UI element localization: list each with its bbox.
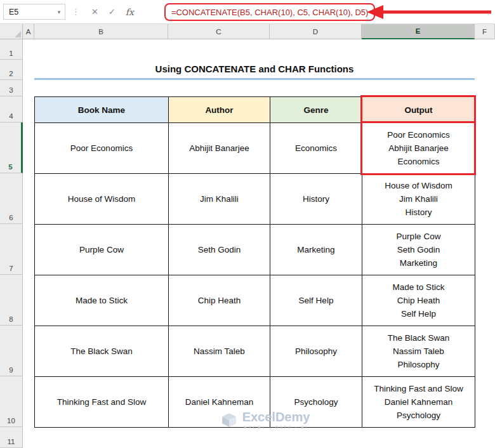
cell-author-row10[interactable]: Daniel Kahneman (169, 377, 270, 428)
output-line: Daniel Kahneman (385, 395, 452, 409)
cell-genre-row6[interactable]: History (270, 174, 362, 225)
cell-output-row7[interactable]: Purple CowSeth GodinMarketing (362, 225, 475, 275)
output-line: Jim Khalili (399, 192, 438, 206)
insert-function-icon[interactable]: fx (121, 7, 139, 17)
column-header-A[interactable]: A (23, 24, 34, 39)
cancel-icon[interactable]: ✕ (86, 7, 103, 16)
cell-book-row6[interactable]: House of Wisdom (35, 174, 169, 225)
row-header-4[interactable]: 4 (0, 96, 23, 122)
annotation-arrow-icon (359, 0, 494, 24)
book-table: Book NameAuthorGenreOutputPoor Economics… (34, 96, 475, 428)
column-header-B[interactable]: B (34, 24, 168, 39)
output-line: Purple Cow (397, 230, 441, 243)
cell-genre-row9[interactable]: Philosophy (270, 326, 362, 377)
cell-genre-row8[interactable]: Self Help (270, 275, 362, 326)
output-line: Nassim Taleb (393, 345, 444, 358)
cell-output-row8[interactable]: Made to StickChip HeathSelf Help (362, 275, 475, 326)
output-line: Thinking Fast and Slow (374, 382, 463, 395)
output-line: Abhijit Banarjee (388, 142, 449, 155)
row-header-7[interactable]: 7 (0, 224, 23, 275)
table-header-author[interactable]: Author (169, 97, 270, 123)
column-headers: ABCDEF (23, 24, 495, 39)
select-all-corner[interactable] (0, 24, 23, 39)
output-line: Chip Heath (397, 294, 440, 307)
sheet-cells: Using CONCATENATE and CHAR Functions Boo… (23, 39, 495, 448)
cell-output-row6[interactable]: House of WisdomJim KhaliliHistory (362, 174, 475, 225)
cell-output-row9[interactable]: The Black SwanNassim TalebPhilosophy (362, 326, 475, 377)
output-line: Made to Stick (393, 280, 445, 294)
column-header-C[interactable]: C (168, 24, 270, 39)
cell-genre-row5[interactable]: Economics (270, 123, 362, 174)
row-header-8[interactable]: 8 (0, 275, 23, 326)
row-header-5[interactable]: 5 (0, 122, 23, 173)
name-box-dropdown-icon[interactable]: ▾ (53, 9, 65, 15)
output-line: Poor Economics (387, 128, 449, 142)
output-line: Marketing (400, 256, 437, 270)
row-headers: 1234567891011 (0, 39, 23, 448)
column-header-F[interactable]: F (475, 24, 495, 39)
row-header-3[interactable]: 3 (0, 80, 23, 96)
output-line: History (405, 206, 432, 219)
row-header-2[interactable]: 2 (0, 60, 23, 80)
sheet-area: ABCDEF 1234567891011 Using CONCATENATE a… (0, 24, 495, 448)
cell-book-row5[interactable]: Poor Economics (35, 123, 169, 174)
enter-icon[interactable]: ✓ (103, 7, 121, 16)
row-header-9[interactable]: 9 (0, 326, 23, 376)
excel-window: E5 ▾ ⋮ ✕ ✓ fx =CONCATENATE(B5, CHAR(10),… (0, 0, 495, 448)
cell-author-row5[interactable]: Abhijit Banarjee (169, 123, 270, 174)
cell-book-row10[interactable]: Thinking Fast and Slow (35, 377, 169, 428)
output-line: Seth Godin (397, 243, 440, 256)
cell-output-row5[interactable]: Poor EconomicsAbhijit BanarjeeEconomics (362, 123, 475, 174)
name-box[interactable]: E5 ▾ (3, 4, 65, 20)
output-line: Self Help (401, 307, 436, 320)
table-header-output[interactable]: Output (362, 97, 475, 123)
cell-book-row8[interactable]: Made to Stick (35, 275, 169, 326)
row-header-1[interactable]: 1 (0, 39, 23, 60)
output-line: Economics (397, 155, 439, 168)
formula-bar: E5 ▾ ⋮ ✕ ✓ fx =CONCATENATE(B5, CHAR(10),… (0, 0, 495, 24)
cell-author-row9[interactable]: Nassim Taleb (169, 326, 270, 377)
formula-annotation-box: =CONCATENATE(B5, CHAR(10), C5, CHAR(10),… (164, 3, 376, 21)
cell-genre-row7[interactable]: Marketing (270, 225, 362, 275)
cell-genre-row10[interactable]: Psychology (270, 377, 362, 428)
row-header-6[interactable]: 6 (0, 173, 23, 224)
formula-bar-divider-icon: ⋮ (72, 7, 80, 16)
table-header-book-name[interactable]: Book Name (35, 97, 169, 123)
output-line: House of Wisdom (385, 179, 452, 192)
formula-input[interactable]: =CONCATENATE(B5, CHAR(10), C5, CHAR(10),… (171, 8, 369, 17)
row-header-10[interactable]: 10 (0, 376, 23, 427)
output-line: The Black Swan (388, 331, 450, 345)
name-box-value: E5 (4, 8, 53, 16)
cell-author-row6[interactable]: Jim Khalili (169, 174, 270, 225)
sheet-title[interactable]: Using CONCATENATE and CHAR Functions (34, 60, 475, 80)
cell-book-row7[interactable]: Purple Cow (35, 225, 169, 275)
column-header-D[interactable]: D (270, 24, 362, 39)
cell-author-row7[interactable]: Seth Godin (169, 225, 270, 275)
row-header-11[interactable]: 11 (0, 427, 23, 448)
output-line: Psychology (397, 409, 440, 422)
table-header-genre[interactable]: Genre (270, 97, 362, 123)
cell-book-row9[interactable]: The Black Swan (35, 326, 169, 377)
cell-author-row8[interactable]: Chip Heath (169, 275, 270, 326)
column-header-E[interactable]: E (362, 24, 475, 39)
cell-output-row10[interactable]: Thinking Fast and SlowDaniel KahnemanPsy… (362, 377, 475, 428)
output-line: Philosophy (397, 358, 439, 371)
